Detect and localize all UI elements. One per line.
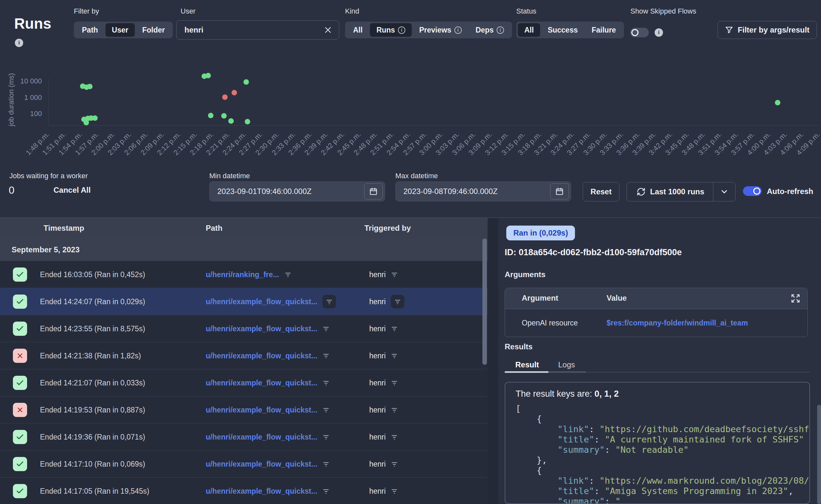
success-run-dot[interactable]: [245, 119, 250, 124]
col-timestamp[interactable]: Timestamp: [44, 224, 84, 233]
run-timestamp: Ended 14:19:36 (Ran in 0,071s): [40, 423, 145, 451]
filter-by-user-icon[interactable]: [391, 352, 398, 359]
success-run-dot[interactable]: [775, 100, 780, 105]
filter-by-user-icon[interactable]: [391, 271, 398, 278]
run-path-link[interactable]: u/henri/example_flow_quickst...: [206, 433, 317, 441]
table-row[interactable]: Ended 14:21:38 (Ran in 1,82s)u/henri/exa…: [0, 342, 488, 369]
split-divider: [713, 182, 713, 201]
filter-by-user-icon[interactable]: [391, 433, 398, 441]
table-scrollbar[interactable]: [483, 238, 487, 365]
filter-by-path-icon[interactable]: [322, 325, 329, 332]
table-row[interactable]: Ended 14:24:07 (Ran in 0,029s)u/henri/ex…: [0, 288, 488, 315]
result-viewer[interactable]: The result keys are: 0, 1, 2 [ { "link":…: [505, 382, 810, 504]
failure-run-dot[interactable]: [222, 94, 228, 100]
json-line: {: [516, 465, 809, 476]
last-runs-split-button[interactable]: Last 1000 runs: [627, 182, 736, 201]
success-run-dot[interactable]: [228, 118, 234, 124]
json-line: "link": "https://www.markround.com/blog/…: [516, 476, 809, 486]
run-timestamp: Ended 14:24:07 (Ran in 0,029s): [40, 288, 145, 315]
calendar-icon: [369, 187, 377, 196]
run-path-link[interactable]: u/henri/example_flow_quickst...: [206, 379, 317, 387]
filter-by-user-icon[interactable]: [391, 460, 398, 468]
run-path-link[interactable]: u/henri/example_flow_quickst...: [206, 297, 317, 306]
filter-by-user-icon[interactable]: [391, 295, 404, 308]
run-triggered-by: henri: [369, 406, 386, 414]
run-triggered-by: henri: [369, 352, 386, 360]
table-row[interactable]: Ended 14:19:53 (Ran in 0,887s)u/henri/ex…: [0, 396, 488, 423]
filter-by-path-icon[interactable]: [322, 379, 329, 386]
table-row[interactable]: Ended 14:21:07 (Ran in 0,033s)u/henri/ex…: [0, 369, 488, 396]
col-triggered-by[interactable]: Triggered by: [364, 224, 411, 233]
success-run-dot[interactable]: [221, 113, 227, 119]
result-scrollbar[interactable]: [817, 405, 821, 504]
filter-by-user-icon[interactable]: [391, 379, 398, 386]
table-row[interactable]: Ended 14:23:55 (Ran in 8,575s)u/henri/ex…: [0, 315, 488, 342]
run-path-link[interactable]: u/henri/example_flow_quickst...: [206, 406, 317, 414]
json-line: "link": "https://github.com/deadbeefsoci…: [516, 424, 809, 434]
cancel-all-button[interactable]: Cancel All: [54, 186, 91, 195]
expand-icon[interactable]: [791, 294, 800, 303]
filter-by-path-icon[interactable]: [322, 433, 329, 441]
filter-by-path-icon[interactable]: [322, 352, 329, 359]
result-intro: The result keys are:: [516, 389, 595, 399]
jobs-waiting-count: 0: [9, 184, 15, 196]
min-datetime-calendar-button[interactable]: [364, 183, 383, 199]
success-run-dot[interactable]: [205, 73, 211, 78]
json-line: {: [516, 414, 809, 424]
success-run-dot[interactable]: [92, 115, 98, 121]
run-path-link[interactable]: u/henri/example_flow_quickst...: [206, 325, 317, 333]
failure-run-dot[interactable]: [231, 90, 237, 95]
success-run-dot[interactable]: [208, 113, 213, 118]
filter-by-path-icon[interactable]: [284, 271, 291, 278]
tab-logs[interactable]: Logs: [558, 360, 575, 369]
run-timestamp: Ended 14:17:05 (Ran in 19,545s): [40, 478, 149, 504]
results-title: Results: [505, 342, 533, 351]
success-run-dot[interactable]: [243, 79, 249, 85]
run-id: ID: 018a654c-d062-fbb2-d100-59fa70df500e: [505, 247, 682, 257]
json-line: },: [516, 455, 809, 465]
table-header: Timestamp Path Triggered by: [0, 218, 488, 238]
arg-col-argument: Argument: [522, 294, 558, 303]
filter-by-user-icon[interactable]: [391, 488, 398, 495]
chevron-down-icon[interactable]: [720, 187, 729, 196]
table-row[interactable]: Ended 14:19:36 (Ran in 0,071s)u/henri/ex…: [0, 423, 488, 450]
run-path-link[interactable]: u/henri/example_flow_quickst...: [206, 460, 317, 469]
run-path-link[interactable]: u/henri/example_flow_quickst...: [206, 352, 317, 360]
argument-value-link[interactable]: $res:f/company-folder/windmill_ai_team: [607, 319, 748, 327]
tab-result[interactable]: Result: [515, 360, 539, 369]
max-datetime-input[interactable]: [396, 187, 550, 196]
success-run-dot[interactable]: [83, 120, 89, 125]
logs-tab-underline: [549, 371, 586, 373]
success-check-icon: [13, 267, 27, 282]
filter-by-user-icon[interactable]: [391, 406, 398, 413]
success-check-icon: [13, 376, 27, 390]
run-path-link[interactable]: u/henri/ranking_fre...: [206, 270, 279, 279]
tabbar-baseline: [586, 372, 810, 373]
max-datetime-calendar-button[interactable]: [550, 183, 569, 199]
run-triggered-by: henri: [369, 297, 386, 306]
success-check-icon: [13, 322, 27, 336]
run-triggered-by: henri: [369, 433, 386, 441]
run-triggered-by: henri: [369, 460, 386, 469]
filter-by-path-icon[interactable]: [322, 295, 336, 308]
run-timestamp: Ended 14:21:07 (Ran in 0,033s): [40, 369, 145, 396]
filter-by-path-icon[interactable]: [322, 488, 329, 495]
filter-by-path-icon[interactable]: [322, 406, 329, 413]
auto-refresh-toggle[interactable]: [743, 186, 762, 196]
col-path[interactable]: Path: [206, 224, 222, 233]
table-row[interactable]: Ended 14:17:10 (Ran in 0,069s)u/henri/ex…: [0, 450, 488, 477]
table-gutter: [488, 218, 498, 504]
run-timestamp: Ended 16:03:05 (Ran in 0,452s): [40, 261, 145, 288]
reset-button[interactable]: Reset: [583, 182, 620, 201]
active-tab-underline: [505, 371, 549, 373]
json-line: "summary": "Not readable": [516, 445, 809, 455]
run-path-link[interactable]: u/henri/example_flow_quickst...: [206, 487, 317, 496]
table-row[interactable]: Ended 14:17:05 (Ran in 19,545s)u/henri/e…: [0, 477, 488, 504]
filter-by-path-icon[interactable]: [322, 460, 329, 468]
json-line: "title": "Amiga Systems Programming in 2…: [516, 486, 809, 496]
chart-plot[interactable]: 1:48 p.m.1:51 p.m.1:54 p.m.1:57 p.m.2:00…: [0, 0, 821, 171]
success-run-dot[interactable]: [87, 84, 93, 89]
filter-by-user-icon[interactable]: [391, 325, 398, 332]
table-row[interactable]: Ended 16:03:05 (Ran in 0,452s)u/henri/ra…: [0, 261, 488, 288]
min-datetime-input[interactable]: [210, 187, 364, 196]
